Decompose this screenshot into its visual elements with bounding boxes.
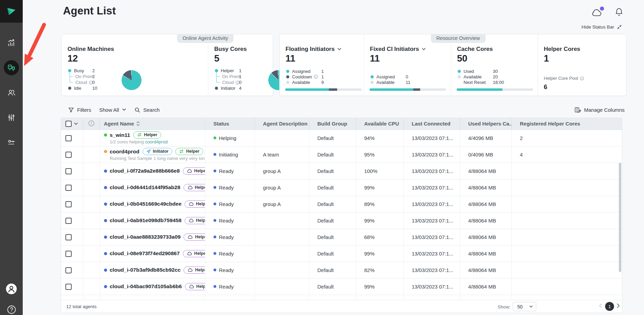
row-checkbox[interactable] (65, 267, 72, 273)
legend-label: Helper (221, 68, 234, 73)
row-checkbox[interactable] (65, 168, 72, 174)
header-last-connected[interactable]: Last Connected (403, 118, 460, 130)
cell-available-cpu: 82% (356, 262, 403, 278)
cell-available-cpu: 100% (356, 163, 403, 179)
stat-floating-initiators: Floating Initiators11Assigned1Cooldown1A… (280, 34, 364, 96)
sidebar-item-account[interactable] (4, 281, 19, 296)
status-dot (214, 219, 216, 222)
header-registered[interactable]: Registered Helper Cores (511, 118, 622, 130)
sidebar (0, 0, 23, 315)
badge-label: Helper (195, 235, 205, 239)
header-description[interactable]: Agent Description (255, 118, 309, 130)
cell-last-connected: 13/03/2023 07:1... (403, 278, 460, 295)
header-agent-name[interactable]: Agent Name (100, 118, 205, 130)
badge-label: Initiator (153, 149, 169, 154)
status-dot (214, 236, 216, 238)
show-all-label: Show All (99, 107, 119, 113)
filters-button[interactable]: Filters (68, 105, 91, 115)
table-row: coord4prodInitiatorHelperRunning Test Sa… (61, 146, 622, 163)
stat-cache-cores: Cache Cores50Used30Available20Next Reset… (451, 34, 538, 96)
header-used-helpers[interactable]: Used Helpers Ca... (460, 118, 511, 130)
legend-row: Available11 (371, 79, 436, 85)
sidebar-item-settings[interactable] (4, 110, 19, 125)
cell-available-cpu: 95% (356, 146, 403, 163)
helper-cloud-badge: Helper (185, 200, 205, 208)
row-checkbox[interactable] (65, 284, 72, 290)
status-label: Ready (219, 218, 234, 224)
header-cpu[interactable]: Available CPU (356, 118, 403, 130)
legend-row: Available20 (458, 74, 523, 79)
sidebar-item-help[interactable] (4, 302, 19, 315)
agent-state-dot (104, 285, 107, 288)
page-number-button[interactable]: 1 (605, 302, 614, 311)
status-label: Ready (219, 201, 234, 207)
row-checkbox[interactable] (65, 185, 72, 191)
row-checkbox[interactable] (65, 201, 72, 207)
sidebar-item-dashboard[interactable] (4, 35, 19, 50)
table-scrollbar[interactable] (619, 163, 621, 272)
sidebar-item-users[interactable] (4, 85, 19, 100)
app-logo[interactable] (0, 0, 23, 23)
cell-last-connected: 13/03/2023 07:1... (403, 212, 460, 229)
cell-registered-cores (511, 262, 622, 278)
column-label: Agent Description (263, 121, 308, 127)
header-build-group[interactable]: Build Group (309, 118, 356, 130)
stat-label: Cache Cores (457, 46, 493, 53)
legend-value: 10 (92, 86, 97, 91)
legend-value: 11 (406, 80, 411, 85)
legend-value: 2 (92, 74, 95, 79)
cell-description: group A (255, 179, 309, 196)
sidebar-item-agents[interactable] (4, 60, 19, 75)
header-alert (83, 118, 100, 130)
row-checkbox[interactable] (65, 135, 72, 141)
agent-link[interactable]: coord4prod (145, 139, 168, 144)
cell-agent-name: cloud_i-07b3af9db85cb92ccHelper (100, 262, 205, 278)
manage-columns-icon (574, 107, 581, 113)
legend-row: Cloud0 (215, 79, 273, 85)
legend-label: Available (376, 80, 395, 85)
floating-initiators-usage-bar (285, 88, 362, 91)
row-checkbox[interactable] (65, 152, 72, 158)
stat-label[interactable]: Fixed CI Initiators (370, 46, 426, 53)
cell-used-helpers: 4/88064 MB (460, 163, 511, 179)
cell-used-helpers: 4/88064 MB (460, 245, 511, 262)
badge-label: Helper (196, 284, 205, 289)
help-icon (7, 305, 16, 314)
legend-value: 1 (239, 74, 241, 79)
legend-dot (68, 87, 71, 90)
status-label: Ready (219, 284, 234, 290)
previous-page-button[interactable] (599, 303, 602, 308)
online-machines-pie-chart (122, 70, 142, 90)
agent-name: cloud_i-04bac907d105ab6b6 (110, 283, 182, 290)
legend-label: Used (464, 69, 474, 74)
agent-subtitle: 1/2 cores helping coord4prod (110, 139, 205, 144)
cloud-small-icon (189, 284, 194, 289)
header-status[interactable]: Status (205, 118, 255, 130)
badge-label: Helper (144, 132, 157, 137)
notifications-button[interactable] (614, 7, 624, 19)
cell-description: group A (255, 196, 309, 212)
row-checkbox[interactable] (65, 251, 72, 257)
hide-status-bar-button[interactable]: Hide Status Bar (568, 24, 622, 30)
cell-build-group: Default (309, 163, 356, 179)
cell-build-group: Default (309, 130, 356, 146)
page-size-select[interactable]: 50 (513, 302, 536, 311)
select-all-checkbox[interactable] (65, 121, 72, 127)
row-checkbox[interactable] (65, 234, 72, 240)
next-page-button[interactable] (617, 303, 620, 308)
row-checkbox[interactable] (65, 218, 72, 224)
bell-icon (614, 7, 624, 17)
legend-label: On Prem (75, 74, 93, 79)
legend-value: 0 (92, 80, 95, 85)
search-input[interactable]: Search (134, 105, 160, 115)
legend-label: Idle (74, 86, 81, 91)
cloud-status-button[interactable] (591, 8, 603, 19)
cell-registered-cores (511, 179, 622, 196)
show-all-dropdown[interactable]: Show All (99, 105, 126, 115)
cell-used-helpers: 0/4096 MB (460, 146, 511, 163)
stat-label[interactable]: Floating Initiators (285, 46, 341, 53)
manage-columns-button[interactable]: Manage Columns (574, 105, 625, 115)
status-dot (214, 153, 216, 156)
sidebar-item-license[interactable] (4, 135, 19, 150)
cell-used-helpers: 4/88064 MB (460, 229, 511, 245)
